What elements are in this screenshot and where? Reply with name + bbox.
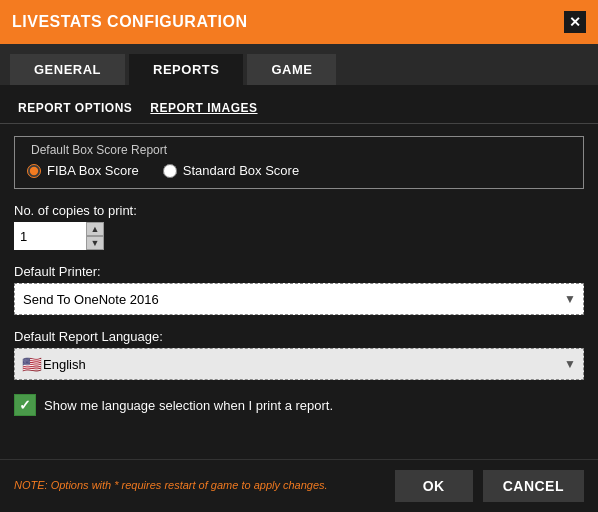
tab-content: REPORT OPTIONS REPORT IMAGES Default Box… [0, 85, 598, 459]
sub-tab-report-options[interactable]: REPORT OPTIONS [14, 93, 146, 123]
sub-tab-report-images[interactable]: REPORT IMAGES [146, 93, 271, 123]
printer-label: Default Printer: [14, 264, 584, 279]
tab-bar: GENERAL REPORTS GAME [0, 44, 598, 85]
language-dropdown[interactable]: English Spanish French German [14, 348, 584, 380]
copies-down-button[interactable]: ▼ [86, 236, 104, 250]
ok-button[interactable]: OK [395, 470, 473, 502]
language-wrapper: Default Report Language: 🇺🇸 English Span… [14, 329, 584, 380]
language-dropdown-container: 🇺🇸 English Spanish French German ▼ [14, 348, 584, 380]
form-area: Default Box Score Report FIBA Box Score … [0, 124, 598, 459]
checkbox-checkmark: ✓ [19, 397, 31, 413]
radio-standard-text: Standard Box Score [183, 163, 299, 178]
checkbox-label-text: Show me language selection when I print … [44, 398, 333, 413]
radio-fiba-text: FIBA Box Score [47, 163, 139, 178]
box-score-group: Default Box Score Report FIBA Box Score … [14, 136, 584, 189]
dialog-title: LIVESTATS CONFIGURATION [12, 13, 248, 31]
copies-spinner: ▲ ▼ [86, 222, 104, 250]
radio-fiba[interactable] [27, 164, 41, 178]
sub-tab-bar: REPORT OPTIONS REPORT IMAGES [0, 93, 598, 124]
copies-label: No. of copies to print: [14, 203, 584, 218]
radio-standard[interactable] [163, 164, 177, 178]
cancel-button[interactable]: CANCEL [483, 470, 584, 502]
language-selection-checkbox[interactable]: ✓ [14, 394, 36, 416]
box-score-legend: Default Box Score Report [27, 143, 571, 157]
dialog: LIVESTATS CONFIGURATION ✕ GENERAL REPORT… [0, 0, 598, 512]
language-label: Default Report Language: [14, 329, 584, 344]
close-button[interactable]: ✕ [564, 11, 586, 33]
tab-game[interactable]: GAME [247, 54, 336, 85]
checkbox-row: ✓ Show me language selection when I prin… [14, 394, 584, 416]
printer-dropdown[interactable]: Send To OneNote 2016 Microsoft Print to … [14, 283, 584, 315]
tab-general[interactable]: GENERAL [10, 54, 125, 85]
radio-fiba-label[interactable]: FIBA Box Score [27, 163, 139, 178]
footer-note: NOTE: Options with * requires restart of… [14, 478, 328, 493]
copies-row: ▲ ▼ [14, 222, 584, 250]
radio-standard-label[interactable]: Standard Box Score [163, 163, 299, 178]
title-bar: LIVESTATS CONFIGURATION ✕ [0, 0, 598, 44]
footer: NOTE: Options with * requires restart of… [0, 459, 598, 512]
tab-reports[interactable]: REPORTS [129, 54, 243, 85]
footer-buttons: OK CANCEL [395, 470, 584, 502]
copies-input[interactable] [14, 222, 86, 250]
printer-dropdown-container: Send To OneNote 2016 Microsoft Print to … [14, 283, 584, 315]
box-score-radio-row: FIBA Box Score Standard Box Score [27, 163, 571, 178]
printer-wrapper: Default Printer: Send To OneNote 2016 Mi… [14, 264, 584, 315]
copies-up-button[interactable]: ▲ [86, 222, 104, 236]
